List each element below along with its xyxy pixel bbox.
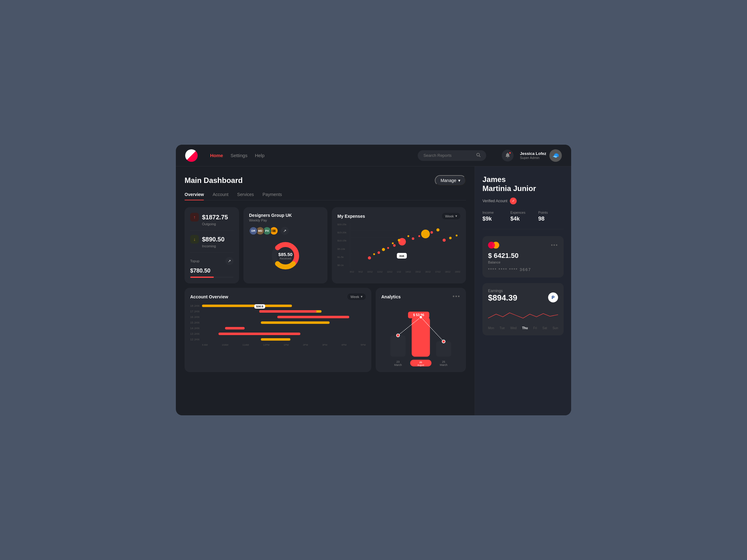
gantt-row-16jan: 16 JAN — [190, 316, 366, 319]
notification-bell[interactable] — [502, 150, 514, 161]
nav-home[interactable]: Home — [210, 153, 223, 158]
nav-settings[interactable]: Settings — [231, 153, 248, 158]
topup-button[interactable]: ↗ — [225, 257, 233, 265]
svg-text:March: March — [394, 364, 402, 367]
svg-point-19 — [373, 253, 375, 255]
user-info[interactable]: Jessica Lofez Super Admin 🧢 — [520, 149, 562, 162]
gantt-row-12jan: 12 JAN — [190, 338, 366, 341]
topup-label: Topup — [190, 259, 200, 263]
bar-red — [259, 310, 316, 313]
more-options-button[interactable]: ••• — [453, 293, 460, 300]
svg-text:25: 25 — [442, 360, 445, 364]
donut-amount: $85.50 — [278, 252, 292, 257]
incoming-icon: ↓ — [190, 235, 199, 244]
gantt-row-17jan: 17 JAN $30.5 — [190, 310, 366, 313]
outgoing-item: ↑ $1872.75 Outgoing — [190, 213, 233, 226]
nav-links: Home Settings Help — [210, 153, 264, 158]
designers-card: Designers Group UK Weekly Pay DR MD PX 0… — [243, 207, 328, 284]
scatter-svg: 31K — [350, 223, 460, 267]
svg-point-20 — [382, 248, 385, 251]
day-mon: Mon — [488, 326, 494, 330]
ao-header: Account Overview Week ▾ — [190, 293, 366, 300]
chevron-down-icon: ▾ — [458, 178, 460, 183]
left-panel: Main Dashboard Manage ▾ Overview Account… — [176, 166, 475, 415]
search-icon — [476, 153, 481, 158]
svg-point-26 — [449, 237, 452, 239]
nav-help[interactable]: Help — [255, 153, 264, 158]
svg-point-21 — [392, 242, 394, 244]
svg-point-12 — [387, 247, 389, 249]
gantt-x-axis: 9 AM 10AM 11AM 12PM 1PM 2PM 3PM 4PM 5PM — [202, 344, 366, 346]
ao-week-selector[interactable]: Week ▾ — [347, 293, 366, 300]
analytics-svg: $ 53.96 23 March 21 — [381, 304, 460, 367]
balance-more-button[interactable]: ••• — [551, 242, 558, 248]
bar — [261, 321, 330, 324]
svg-text:31K: 31K — [399, 255, 405, 258]
svg-point-27 — [456, 235, 458, 236]
nav-right: Jessica Lofez Super Admin 🧢 — [502, 149, 562, 162]
svg-rect-31 — [412, 317, 430, 356]
wallet-card: ↑ $1872.75 Outgoing ↓ $890.50 Incoming — [185, 207, 239, 284]
manage-label: Manage — [440, 178, 456, 183]
notification-dot — [509, 152, 511, 154]
income-label: Income — [483, 211, 508, 214]
cards-row: ↑ $1872.75 Outgoing ↓ $890.50 Incoming — [185, 207, 466, 284]
earnings-top: Earnings $894.39 P — [488, 289, 558, 306]
day-sat: Sat — [542, 326, 547, 330]
svg-point-22 — [398, 239, 400, 241]
tab-payments[interactable]: Payments — [263, 192, 282, 200]
verified-text: Verified Acount — [483, 199, 507, 203]
top-nav: Home Settings Help — [176, 145, 571, 166]
x-axis-labels: 8/12 9/12 10/12 11/12 12/12 1/12 14/12 1… — [350, 271, 460, 273]
mastercard-icon — [488, 242, 499, 248]
user-role: Super Admin — [520, 156, 546, 160]
svg-text:$ 53.96: $ 53.96 — [413, 313, 424, 317]
week-selector[interactable]: Week ▾ — [442, 213, 460, 219]
svg-text:23: 23 — [396, 360, 400, 364]
bar — [218, 332, 300, 335]
donut-label: $85.50 Received — [278, 252, 292, 260]
user-name: Jessica Lofez — [520, 151, 546, 156]
manage-button[interactable]: Manage ▾ — [435, 175, 466, 186]
tab-overview[interactable]: Overview — [185, 192, 204, 200]
designers-avatars: DR MD PX 08 ↗ — [249, 226, 322, 235]
earnings-section: Earnings $894.39 P Mon Tue Wed Thu Fr — [483, 283, 564, 336]
chevron-icon: ▾ — [455, 214, 457, 218]
earnings-days: Mon Tue Wed Thu Fri Sat Sun — [488, 326, 558, 330]
gantt-row-18jan: 18 JAN — [190, 304, 366, 308]
dashboard-title: Main Dashboard — [185, 176, 243, 185]
day-tue: Tue — [499, 326, 505, 330]
expenses-card: My Expenses Week ▾ $20-25k $15-20k $10-1… — [332, 207, 466, 284]
expenses-title: My Expenses — [337, 214, 365, 219]
gantt-row-15jan: 15 JAN — [190, 321, 366, 324]
incoming-amount: $890.50 — [202, 236, 225, 243]
main-body: Main Dashboard Manage ▾ Overview Account… — [176, 166, 571, 415]
search-input[interactable] — [423, 153, 473, 158]
points-stat: Points 98 — [538, 211, 564, 222]
app-container: Home Settings Help — [176, 145, 571, 415]
donut-chart: $85.50 Received — [270, 240, 301, 271]
card-number: **** **** **** 3667 — [488, 267, 558, 272]
tab-account[interactable]: Account — [212, 192, 229, 200]
svg-rect-30 — [390, 336, 406, 356]
expenses-header: My Expenses Week ▾ — [337, 213, 460, 219]
account-overview-card: Account Overview Week ▾ 18 JAN — [185, 288, 371, 372]
balance-label: Balance — [488, 260, 558, 264]
search-bar[interactable] — [418, 150, 486, 161]
tab-services[interactable]: Services — [237, 192, 254, 200]
tabs: Overview Account Services Payments — [185, 192, 466, 201]
stats-row: Income $9k Expences $4k Points 98 — [483, 211, 564, 229]
divider — [190, 230, 233, 231]
incoming-item: ↓ $890.50 Incoming — [190, 235, 233, 248]
verified-icon: ✓ — [510, 197, 517, 205]
expand-button[interactable]: ↗ — [281, 227, 289, 235]
svg-point-23 — [407, 235, 409, 237]
points-label: Points — [538, 211, 564, 214]
chevron-icon2: ▾ — [361, 295, 363, 299]
mc-circle-red — [488, 242, 495, 248]
income-stat: Income $9k — [483, 211, 508, 222]
topup-amount: $780.50 — [190, 268, 233, 274]
logo-icon[interactable] — [185, 149, 198, 162]
points-value: 98 — [538, 216, 564, 222]
svg-line-1 — [479, 156, 481, 157]
